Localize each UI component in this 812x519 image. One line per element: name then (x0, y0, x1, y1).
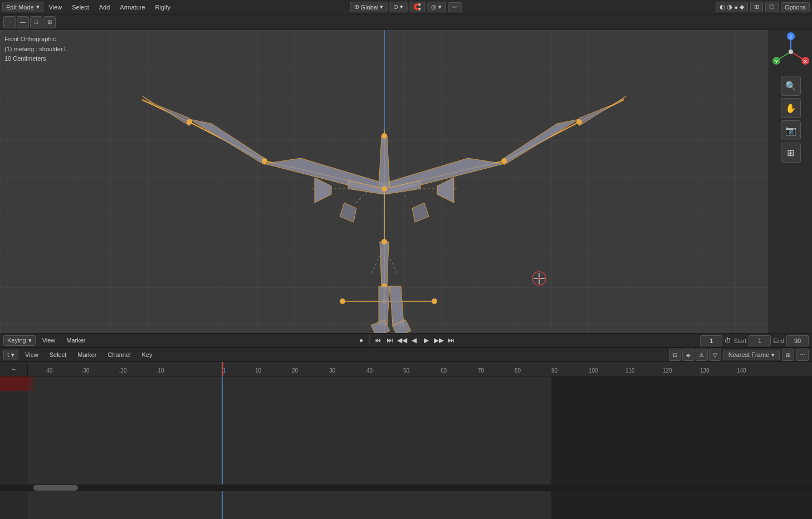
keying-dropdown[interactable]: Keying ▾ (3, 335, 36, 346)
end-frame-input[interactable] (786, 335, 809, 346)
ruler-tick-10: 10 (255, 368, 261, 374)
extra-icon-btn[interactable]: ⊞ (782, 349, 794, 361)
keying-arrow: ▾ (28, 337, 32, 344)
ruler-tick-140: 140 (737, 368, 746, 374)
projection-label: Front Orthographic (4, 35, 67, 45)
header-toolbar: · — □ ⊞ (0, 14, 812, 30)
proportional-icon: ◎ (431, 3, 437, 11)
right-panel: Z X Y 🔍 ✋ 📷 ⊞ (769, 30, 812, 333)
only-show-btn[interactable]: ◈ (682, 349, 694, 361)
menu-add[interactable]: Add (95, 2, 115, 12)
ruler-tick-1: 1 (223, 368, 226, 374)
menu-select[interactable]: Select (67, 2, 94, 12)
viewport-3d[interactable]: Front Orthographic (1) metarig : shoulde… (0, 30, 769, 333)
edge-icon: — (20, 19, 26, 25)
filter-btn[interactable]: ▽ (709, 349, 721, 361)
uv-btn[interactable]: ⊞ (43, 16, 56, 28)
ruler-tick-20: 20 (292, 368, 298, 374)
sync-icon-btn[interactable]: ⊡ (669, 349, 681, 361)
start-label: Start (733, 337, 746, 344)
ds-marker[interactable]: Marker (73, 350, 101, 360)
dopesheet-mode-dropdown[interactable]: t ▾ (3, 350, 18, 360)
gizmo-widget[interactable]: Z X Y (771, 32, 810, 71)
ds-key[interactable]: Key (138, 350, 157, 360)
mode-label: Edit Mode (6, 4, 34, 11)
scrollbar-thumb[interactable] (33, 485, 78, 491)
xray-btn[interactable]: ⬡ (765, 2, 779, 12)
ds-view[interactable]: View (21, 350, 43, 360)
snap-btn[interactable]: 🧲 (409, 2, 425, 12)
timeline-view[interactable]: View (38, 335, 60, 345)
proportional-btn[interactable]: ◎ ▾ (427, 2, 446, 12)
ruler-tick-80: 80 (515, 368, 521, 374)
jump-start-btn[interactable]: ⏮ (372, 335, 383, 346)
jump-end-btn[interactable]: ⏭ (446, 335, 457, 346)
face-select-btn[interactable]: □ (30, 16, 42, 28)
svg-point-55 (789, 50, 793, 54)
start-frame-input[interactable] (749, 335, 771, 346)
nearest-frame-arrow: ▾ (771, 351, 775, 359)
menu-view[interactable]: View (45, 2, 67, 12)
shading-icon: ◐ (720, 3, 725, 11)
hand-icon: ✋ (785, 103, 796, 114)
xray-icon: ⬡ (769, 3, 775, 11)
step-fwd-frame-btn[interactable]: ▶▶ (433, 335, 444, 346)
viewport-info: Front Orthographic (1) metarig : shoulde… (4, 35, 67, 64)
nearest-frame-dropdown[interactable]: Nearest Frame ▾ (723, 350, 780, 360)
object-label: (1) metarig : shoulder.L (4, 45, 67, 55)
ruler-tick-120: 120 (663, 368, 672, 374)
ruler-tick-90: 90 (551, 368, 557, 374)
gizmo-svg: Z X Y (771, 32, 810, 71)
svg-text:X: X (804, 59, 807, 64)
horizontal-scrollbar[interactable] (0, 484, 812, 491)
global-arrow: ▾ (380, 3, 383, 11)
snap-icon: 🧲 (413, 3, 421, 11)
nearest-frame-label: Nearest Frame (728, 351, 769, 358)
step-back-key-btn[interactable]: ⏭ (384, 335, 395, 346)
timeline-tracks[interactable] (0, 376, 812, 519)
timeline-marker[interactable]: Marker (62, 335, 90, 345)
hand-btn[interactable]: ✋ (781, 98, 801, 118)
falloff-icon: 〰 (452, 4, 458, 11)
dopesheet-mode-arrow: ▾ (11, 351, 14, 359)
current-frame-input[interactable] (700, 335, 722, 346)
active-range-bg (28, 376, 551, 519)
edge-select-btn[interactable]: — (17, 16, 29, 28)
overlay-btn[interactable]: ⊞ (750, 2, 763, 12)
svg-text:Z: Z (789, 35, 792, 40)
step-back-frame-btn[interactable]: ◀ (409, 335, 420, 346)
wave-icon-btn[interactable]: 〰 (796, 349, 809, 361)
grid-btn[interactable]: ⊞ (781, 143, 801, 163)
ruler-tick--30: -30 (81, 368, 89, 374)
menu-rigify[interactable]: Rigify (151, 2, 175, 12)
dopesheet-mode-t: t (7, 351, 9, 358)
mode-dropdown[interactable]: Edit Mode ▾ (2, 2, 43, 12)
menu-armature[interactable]: Armature (115, 2, 149, 12)
timeline-ruler: ↔ -40 -30 -20 -10 1 10 20 30 40 50 60 70… (0, 362, 812, 376)
falloff-btn[interactable]: 〰 (448, 2, 462, 12)
play-btn[interactable]: ▶ (421, 335, 432, 346)
ruler-tick-100: 100 (589, 368, 598, 374)
top-menu-bar: Edit Mode ▾ View Select Add Armature Rig… (0, 0, 812, 14)
vertex-select-btn[interactable]: · (3, 16, 16, 28)
viewport-shading-btn[interactable]: ◐ ◑ ● ◆ (716, 2, 748, 12)
ruler-tick-40: 40 (366, 368, 373, 374)
ruler-tick-50: 50 (403, 368, 409, 374)
uv-icon: ⊞ (47, 19, 52, 25)
playback-dot[interactable]: ● (356, 335, 367, 346)
ruler-tick--20: -20 (119, 368, 126, 374)
dopesheet-header-bar: t ▾ View Select Marker Channel Key ⊡ ◈ ⚠… (0, 347, 812, 362)
svg-text:Y: Y (775, 59, 778, 64)
keying-label: Keying (7, 337, 26, 344)
zoom-btn[interactable]: 🔍 (781, 76, 801, 96)
warning-icon-btn[interactable]: ⚠ (696, 349, 708, 361)
step-back-btn[interactable]: ◀◀ (397, 335, 408, 346)
origin-btn[interactable]: ⊙ ▾ (389, 2, 407, 12)
double-arrow-icon[interactable]: ↔ (11, 366, 17, 373)
options-btn[interactable]: Options (781, 2, 810, 12)
transform-global-btn[interactable]: ⊕ Global ▾ (350, 2, 388, 12)
ds-channel[interactable]: Channel (104, 350, 135, 360)
out-of-range-bg (551, 376, 812, 519)
camera-btn[interactable]: 📷 (781, 120, 801, 140)
ds-select[interactable]: Select (45, 350, 71, 360)
